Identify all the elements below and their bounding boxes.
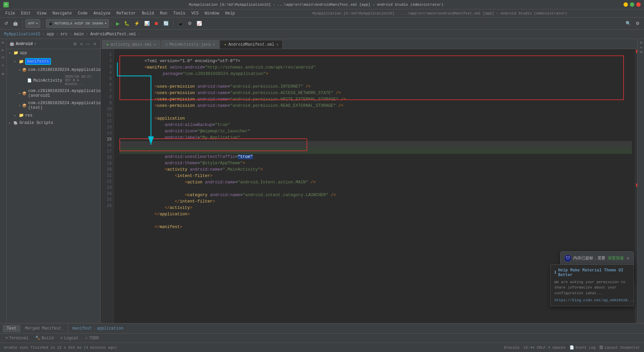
json-viewer-icon[interactable]: J xyxy=(638,45,643,50)
help-link[interactable]: https://blog.csdn.net/qq_40626528... xyxy=(554,298,634,302)
settings-button[interactable]: ⚙ xyxy=(634,20,641,27)
sdk-button[interactable]: ⚙ xyxy=(186,20,194,27)
tree-settings-btn[interactable]: ⚙ xyxy=(72,41,78,47)
logcat-tab[interactable]: ≡ Logcat xyxy=(58,335,81,341)
profiler-button[interactable]: 📈 xyxy=(195,20,204,27)
stop-button[interactable]: ⏹ xyxy=(153,20,160,27)
code-line-11[interactable]: android:allowBackup="true" xyxy=(119,116,632,122)
menu-analyze[interactable]: Analyze xyxy=(91,10,113,16)
line-info-status[interactable]: 15:44 CRLF 4 spaces xyxy=(524,346,566,350)
menu-build[interactable]: Build xyxy=(139,10,157,16)
menu-tools[interactable]: Tools xyxy=(171,10,188,16)
tree-node-app[interactable]: ▾ 📁 app xyxy=(7,49,100,57)
menu-edit[interactable]: Edit xyxy=(18,10,34,16)
menu-file[interactable]: File xyxy=(3,10,18,16)
menu-window[interactable]: Window xyxy=(202,10,222,16)
notif-deep-link[interactable]: 深度加速 xyxy=(608,256,624,261)
tree-gear-btn[interactable]: ≡ xyxy=(79,41,84,47)
code-line-17[interactable]: android:theme="@style/AppTheme"> xyxy=(119,154,632,160)
tree-node-package3[interactable]: ▸ 📦 com.c201801020224.myapplication (tes… xyxy=(7,99,100,112)
code-line-22[interactable]: <category android:name="android.intent.c… xyxy=(119,186,632,192)
menu-refactor[interactable]: Refactor xyxy=(114,10,139,16)
code-line-24[interactable]: </activity> xyxy=(119,199,632,205)
code-line-26[interactable] xyxy=(119,211,632,218)
code-line-18[interactable]: <activity android:name=".MainActivity"> xyxy=(119,160,632,167)
code-line-3[interactable]: package="com.c201801020224.myapplication… xyxy=(119,64,632,71)
code-line-19[interactable]: <intent-filter> xyxy=(119,167,632,173)
code-line-27[interactable]: </manifest> xyxy=(119,218,632,224)
code-line-23[interactable]: </intent-filter> xyxy=(119,192,632,199)
debug-button[interactable]: 🐛 xyxy=(122,20,131,27)
event-log-btn[interactable]: 📄 Event Log xyxy=(570,345,595,350)
tab-close-activity[interactable]: ✕ xyxy=(154,42,156,47)
terminal-tab[interactable]: ⌨ Terminal xyxy=(3,335,31,341)
breadcrumb-item-0[interactable]: MyApplication15 xyxy=(4,32,40,37)
code-line-21[interactable] xyxy=(119,179,632,186)
sidebar-icon-build[interactable]: B xyxy=(1,72,6,76)
device-explorer-icon[interactable]: D xyxy=(638,50,643,54)
minimize-button[interactable] xyxy=(624,2,628,7)
menu-view[interactable]: View xyxy=(34,10,49,16)
code-line-1[interactable]: <?xml version="1.0" encoding="utf-8"?> xyxy=(119,52,632,58)
close-button[interactable] xyxy=(636,2,641,7)
code-line-7[interactable]: <uses-permission android:name="android.p… xyxy=(119,90,632,96)
tab-activity-main[interactable]: ● activity_main.xml ✕ xyxy=(102,40,160,49)
sidebar-icon-project[interactable]: P xyxy=(1,48,6,52)
code-line-13[interactable]: android:label="My Application" xyxy=(119,128,632,135)
toolbar-android-button[interactable]: 🤖 xyxy=(11,20,20,27)
tree-node-mainactivity[interactable]: 📄 MainActivity 2025/10 10:27, 357 B A mi… xyxy=(7,74,100,87)
search-everywhere-button[interactable]: 🔍 xyxy=(624,20,633,27)
device-dropdown[interactable]: 📱 MOTOROLA AOSP ON SHAMA ▾ xyxy=(46,19,109,28)
sidebar-icon-structure[interactable]: S xyxy=(1,55,6,60)
breadcrumb-item-1[interactable]: app xyxy=(47,32,54,37)
build-tab[interactable]: 🔨 Build xyxy=(33,335,56,341)
tab-androidmanifest[interactable]: ✦ AndroidManifest.xml ✕ xyxy=(220,40,283,49)
code-line-16[interactable]: android:usesCleartextTraffic="true" xyxy=(119,147,632,154)
sidebar-icon-favorites[interactable]: ★ xyxy=(1,62,6,69)
code-line-8[interactable]: <uses-permission android:name="android.p… xyxy=(119,96,632,103)
avd-button[interactable]: 📱 xyxy=(176,20,185,27)
code-line-4[interactable] xyxy=(119,71,632,77)
tree-node-res[interactable]: ▸ 📁 res xyxy=(7,112,100,119)
code-line-10[interactable]: <application xyxy=(119,109,632,116)
tree-node-gradle[interactable]: ▸ 🐘 Gradle Scripts xyxy=(7,119,100,127)
run-button[interactable]: ▶ xyxy=(115,20,121,27)
sync-gradle-button[interactable]: 🔄 xyxy=(162,20,170,27)
profile-button[interactable]: 📊 xyxy=(143,20,151,27)
code-line-25[interactable]: </application> xyxy=(119,205,632,211)
scrollbar-track[interactable] xyxy=(635,49,637,323)
breadcrumb-manifest[interactable]: manifest xyxy=(72,326,92,331)
breadcrumb-item-3[interactable]: main xyxy=(74,32,84,37)
encoding-status[interactable]: Dracula xyxy=(504,346,519,350)
app-config-dropdown[interactable]: APP ▾ xyxy=(25,19,40,28)
tab-merged-manifest[interactable]: Merged Manifest xyxy=(21,325,65,332)
menu-navigate[interactable]: Navigate xyxy=(50,10,74,16)
todo-tab[interactable]: ✓ TODO xyxy=(83,335,101,341)
code-line-5[interactable]: <uses-permission android:name="android.p… xyxy=(119,77,632,84)
toolbar-sync-button[interactable]: ↺ xyxy=(3,20,10,27)
tab-text[interactable]: Text xyxy=(3,325,20,332)
tree-node-package2[interactable]: ▸ 📦 com.c201801020224.myapplication (and… xyxy=(7,87,100,99)
tab-close-manifest[interactable]: ✕ xyxy=(276,42,279,47)
coverage-button[interactable]: ⚡ xyxy=(132,20,141,27)
tree-collapse-btn[interactable]: — xyxy=(85,41,91,47)
maximize-button[interactable] xyxy=(630,2,634,7)
layout-inspector-btn[interactable]: 🖼 Layout Inspector xyxy=(599,345,640,350)
tree-node-manifests[interactable]: ▸ 📁 manifests xyxy=(7,57,100,66)
menu-run[interactable]: Run xyxy=(157,10,170,16)
menu-code[interactable]: Code xyxy=(75,10,90,16)
menu-vcs[interactable]: VCS xyxy=(189,10,202,16)
breadcrumb-item-4[interactable]: AndroidManifest.xml xyxy=(90,32,136,37)
menu-help[interactable]: Help xyxy=(222,10,237,16)
gradle-sidebar-icon[interactable]: G xyxy=(638,40,643,45)
tab-mainactivity[interactable]: J MainActivity.java ✕ xyxy=(161,40,219,49)
code-line-9[interactable] xyxy=(119,103,632,109)
tree-node-package1[interactable]: ▸ 📦 com.c201801020224.myapplication xyxy=(7,66,100,74)
code-line-6[interactable]: <uses-permission android:name="android.p… xyxy=(119,84,632,90)
breadcrumb-item-2[interactable]: src xyxy=(60,32,68,37)
code-line-12[interactable]: android:icon="@mipmap/ic_launcher" xyxy=(119,122,632,128)
breadcrumb-application[interactable]: application xyxy=(97,326,123,331)
tree-dropdown-icon[interactable]: ▾ xyxy=(34,42,36,46)
window-controls[interactable] xyxy=(624,2,641,7)
notif-close-btn[interactable]: ✕ xyxy=(627,255,630,261)
